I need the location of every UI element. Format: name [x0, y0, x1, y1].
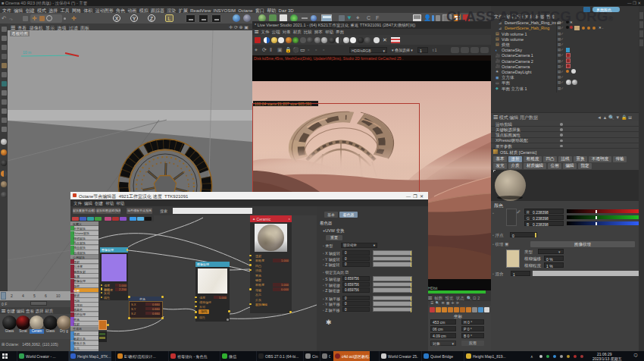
svg-text:10 m: 10 m: [23, 50, 31, 55]
